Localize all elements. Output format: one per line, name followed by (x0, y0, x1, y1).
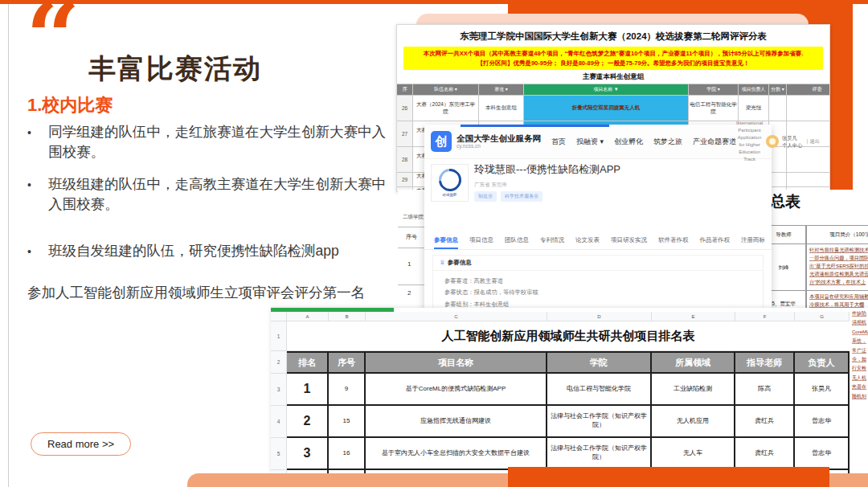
description-column-fragment: 件缺陷 清相机 CoreML 系统， 常广泛 业，如 行安检 无人机 光器在 随… (852, 309, 868, 401)
panel-title: 参赛信息 (448, 259, 472, 266)
field-cell: 无人机应用 (652, 406, 735, 438)
leader-cell: 曾志华 (795, 438, 850, 470)
judge-cell (787, 96, 830, 121)
table-row: 3 1 9 基于CoreML的便携式缺陷检测APP 电信工程与智能化学院 工业缺… (271, 374, 850, 406)
project-tags: 制造业 科学技术服务业 (474, 191, 542, 202)
quote-icon: “ (26, 0, 80, 68)
column-letter: E (652, 312, 735, 321)
field-track: 参赛赛道：高教主赛道 (444, 277, 751, 285)
bullet-list: • 同学组建的队伍中，走红旅赛道在大学生创新大赛中入围校赛。 • 班级组建的队伍… (27, 122, 399, 272)
panel-fields: 参赛赛道：高教主赛道 参赛状态：报名成功，等待学校审核 参赛组别：本科生创意组 … (433, 271, 763, 309)
bullet-item: • 同学组建的队伍中，走红旅赛道在大学生创新大赛中入围校赛。 (27, 122, 399, 163)
bullet-marker: • (27, 241, 48, 261)
row-number: 1 (271, 321, 287, 351)
row-number: 5 (271, 438, 287, 470)
field-label: 参赛组别： (444, 301, 473, 308)
column-letter: D (547, 312, 652, 321)
intro-cell: 针对当前拉曼光谱检测技术 一部分痛点问题，项目团队 出“基于光纤SERS探针的拉… (806, 244, 868, 291)
header-cell: 队伍名称 ▾ (413, 84, 479, 95)
track-cell: 本科生创意组 (479, 96, 524, 121)
logout-link: ｜退出 (805, 138, 820, 145)
tab-rd-status: 项目研发实况 (611, 236, 647, 249)
header-cell: 项目简介（100字左右） (806, 225, 868, 244)
bullet-marker: • (27, 174, 48, 215)
corner-cell (271, 312, 287, 321)
tab-papers: 论文发表 (575, 236, 600, 249)
table-row: 5 3 16 基于室内无人小车全息扫描的大安全大数据平台建设 法律与社会工作学院… (271, 438, 850, 470)
ranking-sheet-screenshot: A B C D E F G 1 人工智能创新应用领域师生共研共创项目排名表 2 … (271, 308, 868, 474)
nav-item-investment: 投融资 ▾ (576, 137, 604, 147)
score-sheet-group-header: 主赛道本科生创意组 (397, 72, 829, 82)
project-name-cell: 基于室内无人小车全息扫描的大安全大数据平台建设 (366, 438, 547, 470)
summary-row: 刘峰 针对当前拉曼光谱检测技术 一部分痛点问题，项目团队 出“基于光纤SERS探… (761, 244, 868, 291)
entry-info-panel: ♕参赛信息 参赛赛道：高教主赛道 参赛状态：报名成功，等待学校审核 参赛组别：本… (432, 255, 764, 309)
panel-header: ♕参赛信息 (433, 256, 763, 271)
header-cell: 序 (397, 84, 413, 95)
header-cell-filtered: 项目名称 ▼ (524, 84, 689, 95)
judge-cell (787, 173, 830, 186)
gridline (398, 248, 424, 248)
table-row: 4 2 15 应急指挥无线通信网建设 法律与社会工作学院（知识产权学院） 无人机… (271, 406, 850, 438)
portal-nav: 首页 投融资 ▾ 创业孵化 筑梦之旅 产业命题赛道 (551, 137, 736, 147)
portal-site-url: cy.ncss.cn (457, 143, 541, 149)
tab-team-info: 团队信息 (505, 236, 529, 249)
header-row: 2 排名 序号 项目名称 学院 所属领域 指导老师 负责人 (271, 351, 850, 374)
trophy-icon: ♕ (440, 259, 445, 266)
project-logo: 玲珑慧眼 (431, 164, 469, 202)
school-cell: 法律与社会工作学院（知识产权学院） (547, 438, 652, 470)
achievement-line: 参加人工智能创新应用领域师生立项审评会评分第一名 (27, 283, 405, 302)
row-number: 29 (397, 173, 413, 186)
teacher-cell: 龚红兵 (735, 406, 795, 438)
row-number: 28 (397, 147, 413, 172)
bullet-item: • 班级组建的队伍中，走高教主赛道在大学生创新大赛中入围校赛。 (27, 174, 399, 215)
project-logo-text: 玲珑慧眼 (443, 193, 457, 197)
score-cell (769, 96, 787, 121)
portal-top-accent (461, 125, 609, 127)
read-more-button[interactable]: Read more >> (31, 432, 131, 456)
rank-cell: 2 (287, 406, 329, 438)
field-label: 参赛赛道： (444, 277, 473, 284)
portal-header: 创 全国大学生创业服务网 cy.ncss.cn 首页 投融资 ▾ 创业孵化 筑梦… (424, 125, 772, 159)
column-letter: C (366, 312, 547, 321)
row-number: 27 (397, 121, 413, 146)
ranking-table: 1 人工智能创新应用领域师生共研共创项目排名表 2 排名 序号 项目名称 学院 … (271, 321, 850, 474)
fragment-line: CoreML (852, 328, 868, 337)
notice-line: 【打分区间】优秀是90-95分； 良好是80-89分； 一般是75-79分。希望… (405, 59, 821, 68)
intro-line: 光谱液相原位检测及光谱云 (809, 270, 868, 278)
nav-item-dream-journey: 筑梦之旅 (653, 137, 682, 147)
page-title: 丰富比赛活动 (88, 51, 262, 88)
teacher-cell: 陈高 (735, 374, 795, 406)
fragment-line: 随机刻 (852, 392, 868, 401)
header-cell: 项目名称 (366, 351, 547, 374)
field-value: 本科生创意组 (473, 301, 509, 308)
tag-badge: 科学技术服务业 (501, 191, 542, 202)
bullet-item: • 班级自发组建的队伍，研究便携性缺陷检测app (27, 241, 399, 261)
judge-cell (787, 147, 830, 172)
row-number: 4 (271, 406, 287, 438)
fragment-line: 系统， (852, 337, 868, 346)
header-cell: 学院 ▾ (689, 84, 739, 95)
nav-item-incubation: 创业孵化 (614, 137, 643, 147)
column-letter: G (795, 312, 850, 321)
user-name: 张昊凡 (782, 134, 802, 141)
college-cell: 电信工程与智能化学院 (689, 96, 739, 121)
column-letter: B (329, 312, 366, 321)
nav-item-home: 首页 (551, 137, 566, 147)
table-header-row: 序 队伍名称 ▾ 赛道 ▾ 项目名称 ▼ 学院 ▾ 项目负责人 分数 ▾ 评委 (397, 84, 829, 96)
slide-left-edge-line (8, 3, 9, 487)
section-heading: 1.校内比赛 (27, 93, 113, 117)
portal-logo-icon: 创 (431, 131, 452, 152)
seq-cell: 16 (329, 438, 366, 470)
portal-site-name: 全国大学生创业服务网 (457, 133, 541, 144)
team-cell: 大赛（2024）东莞理工学院 (413, 96, 479, 121)
bullet-text: 班级组建的队伍中，走高教主赛道在大学生创新大赛中入围校赛。 (48, 174, 399, 215)
tab-project-info: 项目信息 (469, 236, 493, 249)
summary-row-number: 1 (407, 260, 411, 268)
score-sheet-notice: 本次网评一共XX个项目（其中高教主赛道48个项目，“青年红色筑梦之旅”赛道10个… (403, 47, 823, 70)
notice-line: 本次网评一共XX个项目（其中高教主赛道48个项目，“青年红色筑梦之旅”赛道10个… (405, 49, 821, 59)
bullet-text: 班级自发组建的队伍，研究便携性缺陷检测app (48, 241, 339, 261)
gridline (398, 227, 424, 227)
field-value: 高教主赛道 (473, 277, 502, 284)
tab-patent: 专利情况 (540, 236, 564, 249)
field-label: 参赛状态： (444, 289, 473, 296)
